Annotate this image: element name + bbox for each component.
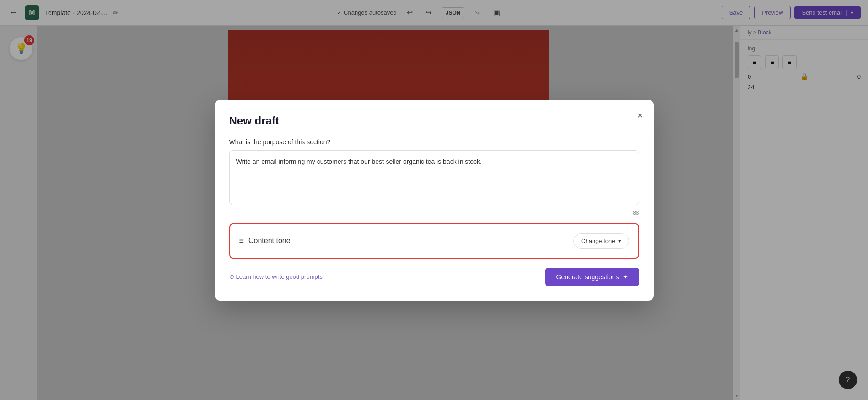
generate-suggestions-button[interactable]: Generate suggestions ✦: [545, 268, 639, 286]
content-tone-label: Content tone: [248, 237, 291, 245]
content-tone-left: ≡ Content tone: [239, 236, 291, 246]
modal-overlay[interactable]: New draft × What is the purpose of this …: [0, 0, 868, 400]
learn-link[interactable]: ⊙ Learn how to write good prompts: [229, 273, 323, 280]
change-tone-label: Change tone: [581, 238, 615, 244]
purpose-label: What is the purpose of this section?: [229, 138, 639, 146]
change-tone-arrow-icon: ▾: [618, 238, 621, 244]
generate-label: Generate suggestions: [556, 273, 619, 281]
change-tone-button[interactable]: Change tone ▾: [573, 233, 629, 249]
modal-footer: ⊙ Learn how to write good prompts Genera…: [229, 268, 639, 286]
purpose-textarea[interactable]: [229, 150, 639, 205]
char-count: 88: [229, 210, 639, 216]
tone-filter-icon: ≡: [239, 236, 244, 246]
modal-close-button[interactable]: ×: [637, 111, 643, 120]
modal-dialog: New draft × What is the purpose of this …: [215, 100, 654, 301]
modal-title: New draft: [229, 114, 639, 127]
sparkle-icon: ✦: [623, 273, 628, 281]
content-tone-box: ≡ Content tone Change tone ▾: [229, 223, 639, 259]
learn-link-icon: ⊙: [229, 273, 234, 280]
learn-link-text: Learn how to write good prompts: [236, 273, 323, 280]
